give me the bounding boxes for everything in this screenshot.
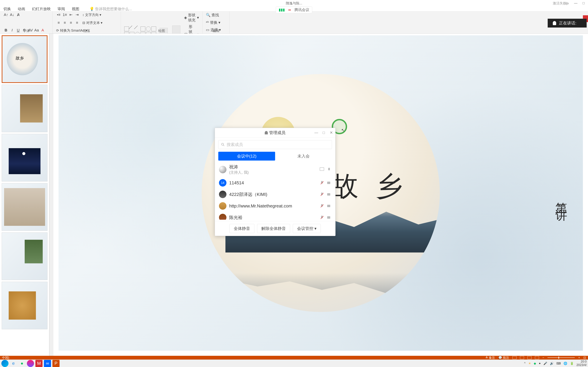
tab-transitions[interactable]: 切换 xyxy=(0,7,14,12)
app-icon[interactable]: M xyxy=(35,360,43,367)
normal-view-button[interactable] xyxy=(512,356,517,359)
slide-thumbnail-5[interactable] xyxy=(2,233,47,280)
member-row[interactable]: 祝涛 (主持人, 我) xyxy=(215,162,335,177)
group-label-paragraph: 段落 xyxy=(83,29,90,33)
meeting-control-button[interactable]: 会议管控 ▾ xyxy=(293,224,321,233)
align-left-button[interactable]: ≡ xyxy=(56,20,61,25)
language-indicator[interactable]: 中国) xyxy=(2,356,9,360)
find-button[interactable]: 🔍 查找 xyxy=(206,12,226,18)
tab-animations[interactable]: 动画 xyxy=(14,7,29,12)
tray-input-icon[interactable]: ⌨ xyxy=(556,362,561,365)
decrease-indent-button[interactable]: ⇤ xyxy=(68,12,73,17)
tab-view[interactable]: 视图 xyxy=(68,7,83,12)
tray-app-icon[interactable]: ● xyxy=(539,362,541,365)
tray-network-icon[interactable]: 🌐 xyxy=(563,362,567,365)
minimize-button[interactable]: — xyxy=(574,1,578,5)
slideshow-view-button[interactable] xyxy=(535,356,539,359)
align-right-button[interactable]: ≡ xyxy=(68,20,73,25)
slide-thumbnails-panel[interactable]: 故乡 xyxy=(0,34,49,356)
change-case-button[interactable]: Aa xyxy=(34,28,39,33)
microphone-muted-icon[interactable] xyxy=(320,215,324,220)
member-row[interactable]: 陈光裕 xyxy=(215,212,335,220)
comments-button[interactable]: 💬 批注 xyxy=(498,356,509,360)
modal-maximize-button[interactable]: □ xyxy=(322,131,326,135)
tray-chevron-icon[interactable]: ^ xyxy=(524,362,526,365)
slide-thumbnail-3[interactable] xyxy=(2,134,47,182)
modal-minimize-button[interactable]: — xyxy=(314,131,318,135)
camera-icon[interactable] xyxy=(327,215,331,220)
powerpoint-taskbar-icon[interactable]: P xyxy=(52,360,60,367)
camera-icon[interactable] xyxy=(327,192,331,197)
slide-thumbnail-4[interactable] xyxy=(2,183,47,231)
shape-fill-button[interactable]: ◈ 形状填充 ▾ xyxy=(184,12,199,23)
tray-weather-icon[interactable]: ☀ xyxy=(528,362,531,365)
member-row[interactable]: http://www.Mr.Natethegreat.com xyxy=(215,200,335,212)
reading-view-button[interactable] xyxy=(527,356,532,359)
align-text-button[interactable]: ⊟ 对齐文本 ▾ xyxy=(82,21,103,25)
member-list[interactable]: 祝涛 (主持人, 我) 14 114514 4222邵泽远（KIMI) xyxy=(215,162,335,220)
replace-button[interactable]: ᵃᵇ 替换 ▾ xyxy=(206,20,226,25)
camera-icon[interactable] xyxy=(327,181,331,185)
member-row[interactable]: 4222邵泽远（KIMI) xyxy=(215,189,335,200)
tab-slideshow[interactable]: 幻灯片放映 xyxy=(29,7,54,12)
shape-rect-icon[interactable] xyxy=(124,26,129,31)
maximize-button[interactable]: □ xyxy=(583,1,585,5)
modal-close-button[interactable]: ✕ xyxy=(329,131,333,135)
microphone-muted-icon[interactable] xyxy=(320,192,324,197)
slide-thumbnail-2[interactable] xyxy=(2,85,47,132)
slide-thumbnail-6[interactable] xyxy=(2,282,47,329)
bullets-button[interactable]: •≡ xyxy=(56,12,61,17)
font-size-decrease[interactable]: A↓ xyxy=(9,12,15,17)
zoom-in-button[interactable]: + xyxy=(578,356,580,359)
tab-not-joined[interactable]: 未入会 xyxy=(275,152,332,161)
manage-members-modal: 管理成员 — □ ✕ 会议中(12) 未入会 祝涛 (主持人, 我) xyxy=(215,128,336,236)
zoom-out-button[interactable]: − xyxy=(542,356,544,359)
italic-button[interactable]: I xyxy=(9,28,15,33)
tell-me-search[interactable]: 💡 告诉我您想要做什么... xyxy=(86,7,135,12)
tab-in-meeting[interactable]: 会议中(12) xyxy=(218,152,275,161)
taskbar-clock[interactable]: 20:0 2023/4/ xyxy=(576,360,587,367)
ie-browser-icon[interactable]: e xyxy=(10,360,17,367)
ribbon-options-icon[interactable]: ▭ xyxy=(566,1,569,5)
member-search-box[interactable] xyxy=(218,140,332,149)
microphone-muted-icon[interactable] xyxy=(320,181,324,185)
font-color-button[interactable]: A xyxy=(40,28,45,33)
tray-battery-icon[interactable]: 🔋 xyxy=(570,362,574,365)
shape-circle-icon[interactable] xyxy=(146,26,151,31)
member-row[interactable]: 14 114514 xyxy=(215,177,335,189)
wechat-icon[interactable]: ● xyxy=(18,360,26,367)
camera-icon[interactable] xyxy=(327,204,331,208)
zoom-slider[interactable] xyxy=(547,358,575,358)
clear-formatting[interactable]: A̷ xyxy=(16,12,21,17)
member-search-input[interactable] xyxy=(227,142,329,147)
align-center-button[interactable]: ≡ xyxy=(62,20,67,25)
numbering-button[interactable]: 1≡ xyxy=(62,12,67,17)
justify-button[interactable]: ≡ xyxy=(75,20,80,25)
underline-button[interactable]: U xyxy=(16,28,21,33)
microphone-icon[interactable] xyxy=(327,167,331,172)
tencent-meeting-taskbar-icon[interactable]: ∞ xyxy=(44,360,51,367)
tray-volume-icon[interactable]: 🔊 xyxy=(550,362,554,365)
opera-icon[interactable] xyxy=(27,360,34,367)
tray-security-icon[interactable]: ◆ xyxy=(534,362,536,365)
bold-button[interactable]: B xyxy=(3,28,9,33)
unmute-all-button[interactable]: 解除全体静音 xyxy=(257,224,290,233)
notes-button[interactable]: ≜ 备注 xyxy=(485,356,495,360)
shape-rect2-icon[interactable] xyxy=(140,26,145,31)
thumbnails-scrollbar[interactable] xyxy=(49,34,53,356)
fit-to-window-button[interactable]: ⊡ xyxy=(583,356,586,359)
slide-thumbnail-1[interactable]: 故乡 xyxy=(2,35,47,83)
text-direction-button[interactable]: ↕ 文字方向 ▾ xyxy=(82,13,101,17)
sorter-view-button[interactable] xyxy=(520,356,524,359)
tray-mic-icon[interactable]: 🎤 xyxy=(544,362,547,365)
tab-review[interactable]: 审阅 xyxy=(54,7,68,12)
font-size-increase[interactable]: A↑ xyxy=(3,12,9,17)
microphone-muted-icon[interactable] xyxy=(320,204,324,208)
edge-browser-icon[interactable] xyxy=(1,360,9,367)
screen-share-icon[interactable] xyxy=(320,167,324,171)
increase-indent-button[interactable]: ⇥ xyxy=(75,12,80,17)
mute-all-button[interactable]: 全体静音 xyxy=(230,224,254,233)
shape-arrow-icon[interactable] xyxy=(134,25,141,32)
meeting-indicator[interactable]: ▮▮▮ ∞ 腾讯会议 xyxy=(276,7,312,13)
shape-triangle-icon[interactable] xyxy=(151,26,156,31)
